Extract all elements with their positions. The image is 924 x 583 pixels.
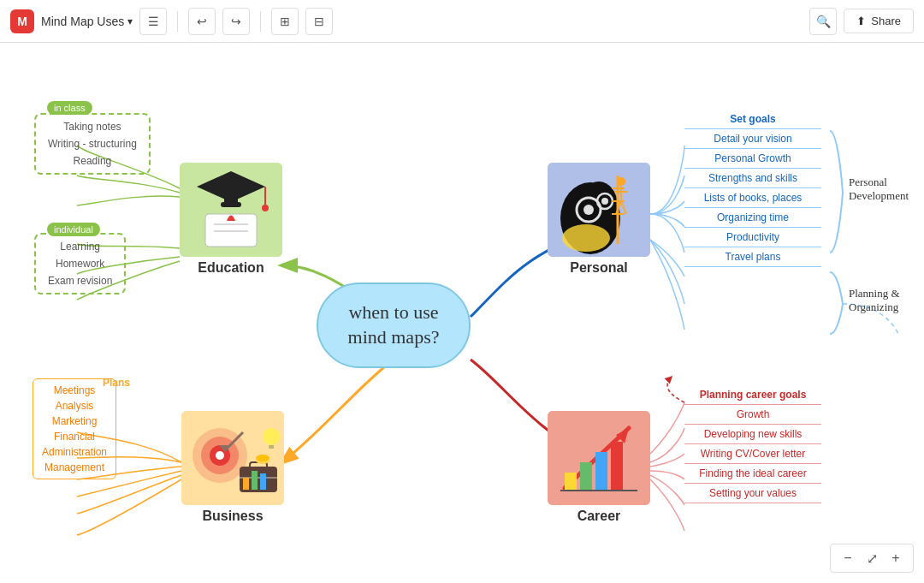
pers-branch-growth[interactable]: Personal Growth bbox=[684, 149, 821, 169]
personal-node[interactable]: Personal bbox=[548, 163, 650, 276]
svg-point-25 bbox=[256, 455, 270, 461]
edu-branch-writing[interactable]: Writing - structuring bbox=[41, 135, 144, 152]
biz-branch-admin[interactable]: Administration bbox=[42, 444, 107, 460]
center-text: when to use mind maps? bbox=[348, 300, 440, 349]
pers-branch-travel[interactable]: Travel plans bbox=[684, 247, 821, 267]
edu-individual-tag: individual bbox=[47, 223, 100, 236]
edu-branch-learning[interactable]: Learning bbox=[41, 238, 119, 255]
business-branches-box: Meetings Analysis Marketing Financial Ad… bbox=[33, 378, 116, 479]
svg-rect-5 bbox=[224, 187, 238, 204]
pers-branch-vision[interactable]: Detail your vision bbox=[684, 129, 821, 149]
pers-branch-time[interactable]: Organizing time bbox=[684, 208, 821, 228]
svg-rect-46 bbox=[580, 462, 592, 490]
planning-label: Planning & Organizing bbox=[849, 287, 900, 314]
document-title[interactable]: Mind Map Uses ▾ bbox=[41, 15, 133, 28]
zoom-out-button[interactable]: − bbox=[838, 548, 858, 568]
career-branches: Planning career goals Growth Developing … bbox=[684, 385, 821, 503]
zoom-in-button[interactable]: + bbox=[886, 548, 906, 568]
svg-rect-47 bbox=[595, 452, 607, 490]
car-branch-growth[interactable]: Growth bbox=[684, 405, 821, 425]
zoom-controls: − ⤢ + bbox=[830, 544, 914, 573]
center-node[interactable]: when to use mind maps? bbox=[317, 283, 471, 368]
svg-point-32 bbox=[601, 198, 608, 205]
car-branch-cv[interactable]: Writing CV/Cover letter bbox=[684, 444, 821, 464]
redo-button[interactable]: ↪ bbox=[222, 8, 250, 35]
biz-branch-marketing[interactable]: Marketing bbox=[42, 413, 107, 429]
separator bbox=[177, 11, 178, 32]
business-image bbox=[181, 411, 284, 505]
zoom-fit-button[interactable]: ⤢ bbox=[862, 548, 882, 568]
personal-branches: Set goals Detail your vision Personal Gr… bbox=[684, 110, 821, 267]
share-button[interactable]: ⬆ Share bbox=[844, 9, 914, 33]
svg-rect-21 bbox=[260, 473, 266, 490]
search-button[interactable]: 🔍 bbox=[809, 8, 837, 35]
svg-point-30 bbox=[583, 205, 594, 215]
business-label: Business bbox=[202, 509, 263, 524]
app-logo: M bbox=[10, 9, 34, 33]
svg-point-42 bbox=[562, 224, 610, 252]
career-image bbox=[548, 411, 650, 505]
car-branch-values[interactable]: Setting your values bbox=[684, 484, 821, 503]
mind-map-canvas[interactable]: when to use mind maps? Education bbox=[0, 43, 924, 583]
edu-branch-reading[interactable]: Reading bbox=[41, 152, 144, 170]
education-label: Education bbox=[198, 260, 264, 276]
biz-branch-meetings[interactable]: Meetings bbox=[42, 383, 107, 398]
share-icon: ⬆ bbox=[856, 15, 866, 27]
undo-button[interactable]: ↩ bbox=[188, 8, 216, 35]
svg-point-22 bbox=[263, 428, 280, 445]
car-branch-idealcareer[interactable]: Finding the ideal career bbox=[684, 464, 821, 484]
layout-button[interactable]: ⊟ bbox=[305, 8, 333, 35]
education-node[interactable]: Education bbox=[180, 163, 282, 276]
education-image bbox=[180, 163, 282, 257]
pers-branch-strengths[interactable]: Strengths and skills bbox=[684, 169, 821, 188]
pers-branch-productivity[interactable]: Productivity bbox=[684, 228, 821, 247]
edu-inclass-tag: in class bbox=[47, 101, 92, 115]
svg-rect-19 bbox=[243, 478, 249, 490]
biz-branch-financial[interactable]: Financial bbox=[42, 429, 107, 444]
career-label: Career bbox=[578, 509, 621, 524]
toolbar: M Mind Map Uses ▾ ☰ ↩ ↪ ⊞ ⊟ 🔍 ⬆ Share bbox=[0, 0, 924, 43]
edu-individual-box: Learning Homework Exam revision bbox=[34, 233, 126, 294]
edu-branch-homework[interactable]: Homework bbox=[41, 255, 119, 272]
edu-branch-exam[interactable]: Exam revision bbox=[41, 272, 119, 289]
pers-branch-lists[interactable]: Lists of books, places bbox=[684, 188, 821, 208]
edu-branch-taking-notes[interactable]: Taking notes bbox=[41, 118, 144, 135]
pers-branch-setgoals[interactable]: Set goals bbox=[684, 110, 821, 129]
separator2 bbox=[260, 11, 261, 32]
biz-branch-analysis[interactable]: Analysis bbox=[42, 398, 107, 413]
svg-rect-45 bbox=[565, 473, 577, 490]
biz-branch-management[interactable]: Management bbox=[42, 460, 107, 475]
svg-rect-48 bbox=[611, 442, 623, 490]
svg-point-37 bbox=[617, 177, 625, 186]
car-branch-planning[interactable]: Planning career goals bbox=[684, 385, 821, 405]
business-plans-label: Plans bbox=[103, 377, 130, 389]
svg-point-8 bbox=[262, 205, 269, 211]
career-node[interactable]: Career bbox=[548, 411, 650, 524]
svg-rect-23 bbox=[269, 445, 274, 449]
personal-dev-label: Personal Development bbox=[849, 175, 909, 203]
fit-button[interactable]: ⊞ bbox=[271, 8, 299, 35]
svg-rect-6 bbox=[221, 202, 241, 207]
personal-image bbox=[548, 163, 650, 257]
svg-point-13 bbox=[216, 451, 224, 460]
car-branch-newskills[interactable]: Developing new skills bbox=[684, 425, 821, 444]
toolbar-right: 🔍 ⬆ Share bbox=[809, 8, 914, 35]
svg-rect-20 bbox=[252, 471, 258, 490]
menu-button[interactable]: ☰ bbox=[139, 8, 167, 35]
edu-inclass-box: Taking notes Writing - structuring Readi… bbox=[34, 113, 151, 175]
personal-label: Personal bbox=[570, 260, 628, 276]
business-node[interactable]: Business bbox=[181, 411, 284, 524]
